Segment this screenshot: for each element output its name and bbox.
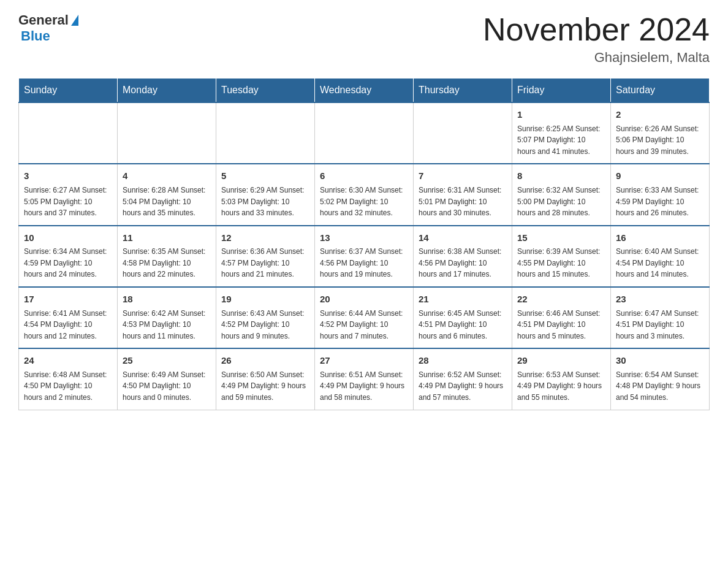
- day-info: Sunrise: 6:49 AM Sunset: 4:50 PM Dayligh…: [123, 369, 211, 404]
- calendar-cell: 7Sunrise: 6:31 AM Sunset: 5:01 PM Daylig…: [414, 164, 512, 225]
- calendar-week-4: 17Sunrise: 6:41 AM Sunset: 4:54 PM Dayli…: [19, 287, 710, 348]
- calendar-cell: 15Sunrise: 6:39 AM Sunset: 4:55 PM Dayli…: [512, 226, 611, 287]
- day-info: Sunrise: 6:34 AM Sunset: 4:59 PM Dayligh…: [24, 246, 112, 280]
- month-title: November 2024: [483, 12, 710, 47]
- day-number: 6: [320, 169, 408, 183]
- day-info: Sunrise: 6:39 AM Sunset: 4:55 PM Dayligh…: [517, 246, 605, 280]
- weekday-header-sunday: Sunday: [19, 79, 118, 103]
- day-info: Sunrise: 6:31 AM Sunset: 5:01 PM Dayligh…: [419, 185, 507, 219]
- day-number: 13: [320, 231, 408, 245]
- calendar-cell: [19, 102, 118, 164]
- calendar-cell: 11Sunrise: 6:35 AM Sunset: 4:58 PM Dayli…: [118, 226, 216, 287]
- day-number: 2: [616, 108, 704, 122]
- calendar-week-2: 3Sunrise: 6:27 AM Sunset: 5:05 PM Daylig…: [19, 164, 710, 225]
- weekday-header-friday: Friday: [512, 79, 611, 103]
- day-number: 20: [320, 293, 408, 307]
- calendar-cell: 27Sunrise: 6:51 AM Sunset: 4:49 PM Dayli…: [315, 348, 414, 410]
- day-info: Sunrise: 6:35 AM Sunset: 4:58 PM Dayligh…: [123, 246, 211, 280]
- day-number: 15: [517, 231, 605, 245]
- calendar-cell: 17Sunrise: 6:41 AM Sunset: 4:54 PM Dayli…: [19, 287, 118, 348]
- calendar-cell: 24Sunrise: 6:48 AM Sunset: 4:50 PM Dayli…: [19, 348, 118, 410]
- day-number: 30: [616, 354, 704, 368]
- calendar-cell: 6Sunrise: 6:30 AM Sunset: 5:02 PM Daylig…: [315, 164, 414, 225]
- calendar-cell: 29Sunrise: 6:53 AM Sunset: 4:49 PM Dayli…: [512, 348, 611, 410]
- day-info: Sunrise: 6:29 AM Sunset: 5:03 PM Dayligh…: [221, 185, 309, 219]
- calendar-cell: 21Sunrise: 6:45 AM Sunset: 4:51 PM Dayli…: [414, 287, 512, 348]
- day-number: 5: [221, 169, 309, 183]
- day-number: 11: [123, 231, 211, 245]
- day-number: 26: [221, 354, 309, 368]
- page-header: General Blue November 2024 Ghajnsielem, …: [18, 12, 710, 66]
- calendar-cell: 30Sunrise: 6:54 AM Sunset: 4:48 PM Dayli…: [611, 348, 710, 410]
- day-info: Sunrise: 6:53 AM Sunset: 4:49 PM Dayligh…: [517, 369, 605, 404]
- calendar-cell: 16Sunrise: 6:40 AM Sunset: 4:54 PM Dayli…: [611, 226, 710, 287]
- calendar-cell: 13Sunrise: 6:37 AM Sunset: 4:56 PM Dayli…: [315, 226, 414, 287]
- day-number: 9: [616, 169, 704, 183]
- calendar-table: SundayMondayTuesdayWednesdayThursdayFrid…: [18, 78, 710, 410]
- calendar-cell: 10Sunrise: 6:34 AM Sunset: 4:59 PM Dayli…: [19, 226, 118, 287]
- calendar-cell: 25Sunrise: 6:49 AM Sunset: 4:50 PM Dayli…: [118, 348, 216, 410]
- calendar-week-5: 24Sunrise: 6:48 AM Sunset: 4:50 PM Dayli…: [19, 348, 710, 410]
- weekday-header-tuesday: Tuesday: [216, 79, 315, 103]
- day-info: Sunrise: 6:45 AM Sunset: 4:51 PM Dayligh…: [419, 308, 507, 342]
- calendar-cell: [315, 102, 414, 164]
- calendar-cell: 23Sunrise: 6:47 AM Sunset: 4:51 PM Dayli…: [611, 287, 710, 348]
- day-number: 14: [419, 231, 507, 245]
- calendar-cell: 3Sunrise: 6:27 AM Sunset: 5:05 PM Daylig…: [19, 164, 118, 225]
- day-number: 24: [24, 354, 112, 368]
- location-title: Ghajnsielem, Malta: [483, 50, 710, 66]
- day-number: 23: [616, 293, 704, 307]
- logo: General Blue: [18, 12, 78, 44]
- calendar-cell: 18Sunrise: 6:42 AM Sunset: 4:53 PM Dayli…: [118, 287, 216, 348]
- day-info: Sunrise: 6:25 AM Sunset: 5:07 PM Dayligh…: [517, 123, 605, 158]
- day-info: Sunrise: 6:48 AM Sunset: 4:50 PM Dayligh…: [24, 369, 112, 404]
- calendar-week-3: 10Sunrise: 6:34 AM Sunset: 4:59 PM Dayli…: [19, 226, 710, 287]
- day-number: 27: [320, 354, 408, 368]
- day-number: 4: [123, 169, 211, 183]
- calendar-cell: [216, 102, 315, 164]
- day-number: 19: [221, 293, 309, 307]
- day-number: 17: [24, 293, 112, 307]
- logo-triangle-icon: [71, 15, 78, 26]
- day-info: Sunrise: 6:46 AM Sunset: 4:51 PM Dayligh…: [517, 308, 605, 342]
- calendar-cell: 1Sunrise: 6:25 AM Sunset: 5:07 PM Daylig…: [512, 102, 611, 164]
- day-number: 10: [24, 231, 112, 245]
- day-info: Sunrise: 6:33 AM Sunset: 4:59 PM Dayligh…: [616, 185, 704, 219]
- day-info: Sunrise: 6:26 AM Sunset: 5:06 PM Dayligh…: [616, 123, 704, 158]
- calendar-cell: 26Sunrise: 6:50 AM Sunset: 4:49 PM Dayli…: [216, 348, 315, 410]
- calendar-cell: 4Sunrise: 6:28 AM Sunset: 5:04 PM Daylig…: [118, 164, 216, 225]
- calendar-cell: 8Sunrise: 6:32 AM Sunset: 5:00 PM Daylig…: [512, 164, 611, 225]
- calendar-cell: 20Sunrise: 6:44 AM Sunset: 4:52 PM Dayli…: [315, 287, 414, 348]
- calendar-cell: 28Sunrise: 6:52 AM Sunset: 4:49 PM Dayli…: [414, 348, 512, 410]
- day-info: Sunrise: 6:37 AM Sunset: 4:56 PM Dayligh…: [320, 246, 408, 280]
- weekday-header-thursday: Thursday: [414, 79, 512, 103]
- calendar-cell: 9Sunrise: 6:33 AM Sunset: 4:59 PM Daylig…: [611, 164, 710, 225]
- day-info: Sunrise: 6:38 AM Sunset: 4:56 PM Dayligh…: [419, 246, 507, 280]
- day-info: Sunrise: 6:44 AM Sunset: 4:52 PM Dayligh…: [320, 308, 408, 342]
- day-number: 22: [517, 293, 605, 307]
- day-number: 12: [221, 231, 309, 245]
- weekday-header-wednesday: Wednesday: [315, 79, 414, 103]
- calendar-week-1: 1Sunrise: 6:25 AM Sunset: 5:07 PM Daylig…: [19, 102, 710, 164]
- calendar-cell: [118, 102, 216, 164]
- day-info: Sunrise: 6:54 AM Sunset: 4:48 PM Dayligh…: [616, 369, 704, 404]
- day-number: 29: [517, 354, 605, 368]
- day-number: 1: [517, 108, 605, 122]
- calendar-cell: 12Sunrise: 6:36 AM Sunset: 4:57 PM Dayli…: [216, 226, 315, 287]
- calendar-header-row: SundayMondayTuesdayWednesdayThursdayFrid…: [19, 79, 710, 103]
- day-info: Sunrise: 6:36 AM Sunset: 4:57 PM Dayligh…: [221, 246, 309, 280]
- weekday-header-monday: Monday: [118, 79, 216, 103]
- calendar-cell: 2Sunrise: 6:26 AM Sunset: 5:06 PM Daylig…: [611, 102, 710, 164]
- day-info: Sunrise: 6:30 AM Sunset: 5:02 PM Dayligh…: [320, 185, 408, 219]
- day-number: 28: [419, 354, 507, 368]
- calendar-cell: 22Sunrise: 6:46 AM Sunset: 4:51 PM Dayli…: [512, 287, 611, 348]
- day-number: 3: [24, 169, 112, 183]
- calendar-cell: 14Sunrise: 6:38 AM Sunset: 4:56 PM Dayli…: [414, 226, 512, 287]
- day-info: Sunrise: 6:27 AM Sunset: 5:05 PM Dayligh…: [24, 185, 112, 219]
- calendar-cell: [414, 102, 512, 164]
- day-number: 16: [616, 231, 704, 245]
- logo-blue-text: Blue: [21, 28, 50, 44]
- day-info: Sunrise: 6:28 AM Sunset: 5:04 PM Dayligh…: [123, 185, 211, 219]
- day-number: 25: [123, 354, 211, 368]
- day-number: 8: [517, 169, 605, 183]
